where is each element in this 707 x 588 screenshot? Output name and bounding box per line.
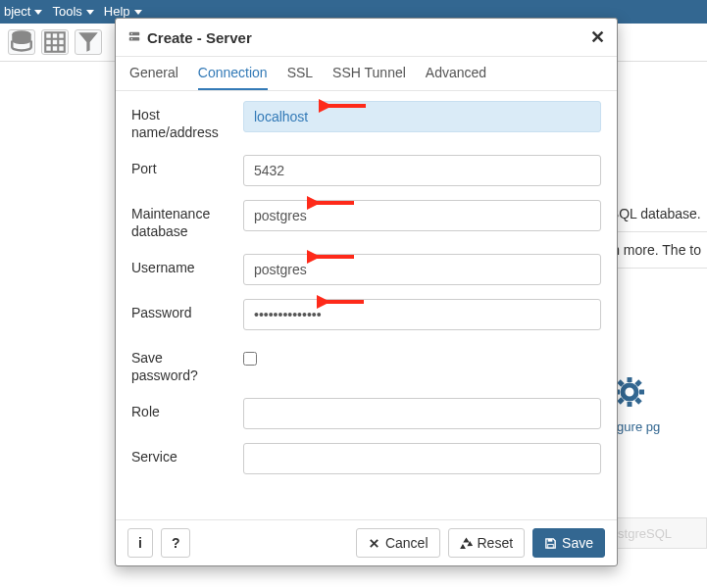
toolbar-button-3[interactable] <box>75 29 102 55</box>
filter-icon <box>76 29 101 55</box>
chevron-down-icon <box>34 10 42 15</box>
menubar-label: Tools <box>52 0 81 24</box>
svg-rect-21 <box>129 37 140 41</box>
tab-advanced[interactable]: Advanced <box>426 65 486 90</box>
svg-line-12 <box>636 399 640 403</box>
host-input[interactable] <box>243 101 601 132</box>
save-label: Save <box>562 535 593 551</box>
help-button[interactable]: ? <box>161 528 191 558</box>
dialog-footer: i ? Cancel Reset Save <box>116 519 617 565</box>
tab-connection[interactable]: Connection <box>198 65 268 90</box>
svg-line-14 <box>619 399 623 403</box>
cancel-button[interactable]: Cancel <box>356 528 440 558</box>
chevron-down-icon <box>134 10 142 15</box>
cancel-label: Cancel <box>385 535 429 551</box>
menubar-label: bject <box>4 0 30 24</box>
tab-ssl[interactable]: SSL <box>287 65 313 90</box>
maintenance-db-label: Maintenance database <box>131 200 229 240</box>
close-button[interactable]: ✕ <box>590 26 605 48</box>
svg-point-22 <box>131 33 132 34</box>
chevron-down-icon <box>86 10 94 15</box>
menubar-item-object[interactable]: bject <box>4 0 42 24</box>
dialog-header: Create - Server ✕ <box>116 19 617 57</box>
port-input[interactable] <box>243 155 601 186</box>
port-label: Port <box>131 155 229 178</box>
svg-line-11 <box>619 381 623 385</box>
username-input[interactable] <box>243 254 601 285</box>
password-input[interactable] <box>243 299 601 330</box>
role-input[interactable] <box>243 398 601 429</box>
create-server-dialog: Create - Server ✕ General Connection SSL… <box>115 18 618 566</box>
save-password-checkbox[interactable] <box>243 352 257 366</box>
svg-rect-20 <box>129 32 140 36</box>
save-password-label: Save password? <box>131 344 229 384</box>
reset-button[interactable]: Reset <box>448 528 526 558</box>
tab-ssh-tunnel[interactable]: SSH Tunnel <box>332 65 406 90</box>
role-label: Role <box>131 398 229 421</box>
reset-label: Reset <box>478 535 514 551</box>
dialog-body: Host name/address Port Maintenance datab… <box>116 91 617 519</box>
info-icon: i <box>138 535 142 551</box>
host-label: Host name/address <box>131 101 229 141</box>
svg-line-13 <box>636 381 640 385</box>
toolbar-button-2[interactable] <box>41 29 69 55</box>
save-button[interactable]: Save <box>532 528 605 558</box>
service-input[interactable] <box>243 443 601 474</box>
toolbar-button-1[interactable] <box>8 29 35 55</box>
info-button[interactable]: i <box>127 528 153 558</box>
maintenance-db-input[interactable] <box>243 200 601 231</box>
username-label: Username <box>131 254 229 277</box>
svg-rect-26 <box>548 538 553 541</box>
server-icon <box>127 30 141 44</box>
password-label: Password <box>131 299 229 322</box>
save-icon <box>544 537 557 550</box>
tab-general[interactable]: General <box>129 65 178 90</box>
x-icon <box>368 537 380 550</box>
svg-rect-1 <box>45 32 65 52</box>
dialog-title: Create - Server <box>147 29 252 46</box>
grid-icon <box>42 29 68 55</box>
menubar-item-tools[interactable]: Tools <box>52 0 93 24</box>
database-icon <box>9 29 34 55</box>
question-icon: ? <box>172 535 180 551</box>
recycle-icon <box>460 537 473 550</box>
service-label: Service <box>131 443 229 466</box>
dialog-tabs: General Connection SSL SSH Tunnel Advanc… <box>116 57 617 91</box>
svg-point-6 <box>623 385 636 399</box>
svg-point-23 <box>131 38 132 39</box>
